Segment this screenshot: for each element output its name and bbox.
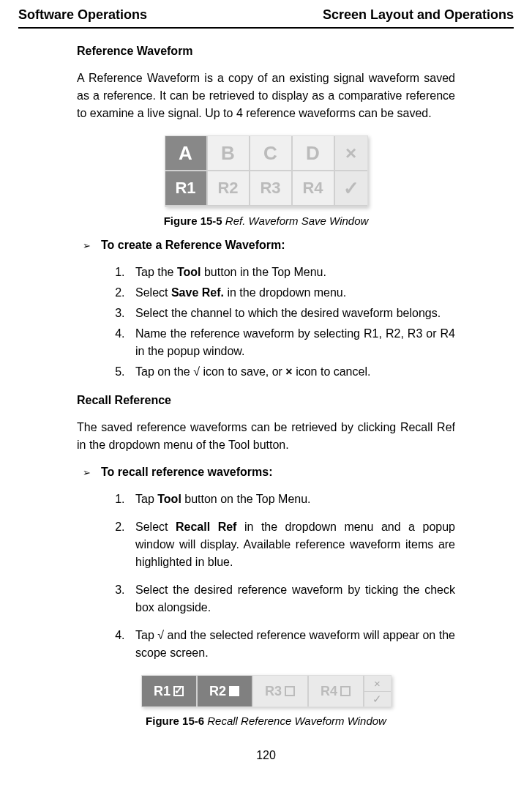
recall-r3-label: R3 bbox=[265, 684, 282, 699]
reference-waveform-para: A Reference Waveform is a copy of an exi… bbox=[77, 70, 455, 122]
save-slot-r3-button[interactable]: R3 bbox=[250, 171, 293, 206]
list-item: Tap the Tool button in the Top Menu. bbox=[128, 264, 455, 281]
figure-15-5: A B C D × R1 R2 R3 R4 ✓ Figure 15-5 Ref.… bbox=[77, 135, 455, 227]
figure-15-6: R1 R2 R3 R4 × ✓ Figure 15-6 Recall Refer… bbox=[77, 675, 455, 727]
recall-reference-para: The saved reference waveforms can be ret… bbox=[77, 419, 455, 454]
save-channel-a-button[interactable]: A bbox=[165, 136, 208, 171]
save-slot-r2-button[interactable]: R2 bbox=[208, 171, 250, 206]
checkbox-empty-icon bbox=[340, 686, 351, 696]
recall-reference-title: Recall Reference bbox=[77, 394, 455, 407]
header-right: Screen Layout and Operations bbox=[323, 7, 514, 23]
recall-r2-label: R2 bbox=[209, 684, 226, 699]
close-icon[interactable]: × bbox=[364, 676, 391, 692]
save-slot-r4-button[interactable]: R4 bbox=[293, 171, 335, 206]
figure-15-5-title: Ref. Waveform Save Window bbox=[222, 215, 369, 227]
create-reference-procedure: ➢ To create a Reference Waveform: bbox=[77, 239, 455, 252]
reference-waveform-title: Reference Waveform bbox=[77, 45, 455, 58]
figure-15-6-title: Recall Reference Waveform Window bbox=[204, 715, 386, 727]
close-icon[interactable]: × bbox=[335, 136, 367, 171]
page-number: 120 bbox=[18, 749, 514, 762]
list-item: Tap Tool button on the Top Menu. bbox=[128, 491, 455, 508]
chevron-right-icon: ➢ bbox=[83, 467, 91, 478]
list-item: Select the desired reference waveform by… bbox=[128, 581, 455, 616]
ref-waveform-save-window: A B C D × R1 R2 R3 R4 ✓ bbox=[165, 135, 368, 207]
save-channel-d-button[interactable]: D bbox=[293, 136, 335, 171]
confirm-check-icon[interactable]: ✓ bbox=[335, 171, 367, 206]
recall-r1-button[interactable]: R1 bbox=[142, 676, 198, 707]
checkbox-empty-icon bbox=[285, 686, 295, 696]
recall-reference-procedure: ➢ To recall reference waveforms: bbox=[77, 466, 455, 479]
recall-reference-proc-title: To recall reference waveforms: bbox=[101, 466, 272, 479]
page-header: Software Operations Screen Layout and Op… bbox=[18, 7, 514, 29]
list-item: Select the channel to which the desired … bbox=[128, 305, 455, 322]
page-content: Reference Waveform A Reference Waveform … bbox=[18, 45, 514, 727]
create-reference-title: To create a Reference Waveform: bbox=[101, 239, 285, 252]
recall-r1-label: R1 bbox=[154, 684, 171, 699]
list-item: Name the reference waveform by selecting… bbox=[128, 325, 455, 360]
figure-15-6-label: Figure 15-6 bbox=[146, 715, 204, 727]
header-left: Software Operations bbox=[18, 7, 147, 23]
recall-r3-button[interactable]: R3 bbox=[253, 676, 309, 707]
figure-15-6-caption: Figure 15-6 Recall Reference Waveform Wi… bbox=[77, 715, 455, 727]
checkbox-filled-icon bbox=[229, 686, 239, 696]
save-slot-r1-button[interactable]: R1 bbox=[165, 171, 208, 206]
create-reference-steps: Tap the Tool button in the Top Menu. Sel… bbox=[77, 264, 455, 381]
list-item: Tap √ and the selected reference wavefor… bbox=[128, 627, 455, 662]
save-channel-c-button[interactable]: C bbox=[250, 136, 293, 171]
list-item: Select Save Ref. in the dropdown menu. bbox=[128, 284, 455, 302]
chevron-right-icon: ➢ bbox=[83, 240, 91, 251]
save-channel-b-button[interactable]: B bbox=[208, 136, 250, 171]
figure-15-5-caption: Figure 15-5 Ref. Waveform Save Window bbox=[77, 215, 455, 227]
list-item: Tap on the √ icon to save, or × icon to … bbox=[128, 363, 455, 381]
recall-r4-label: R4 bbox=[321, 684, 337, 699]
figure-15-5-label: Figure 15-5 bbox=[164, 215, 222, 227]
recall-reference-window: R1 R2 R3 R4 × ✓ bbox=[141, 675, 391, 707]
confirm-check-icon[interactable]: ✓ bbox=[364, 692, 391, 707]
checkbox-checked-icon bbox=[173, 686, 184, 696]
recall-reference-steps: Tap Tool button on the Top Menu. Select … bbox=[77, 491, 455, 662]
recall-r4-button[interactable]: R4 bbox=[309, 676, 364, 707]
recall-r2-button[interactable]: R2 bbox=[198, 676, 253, 707]
list-item: Select Recall Ref in the dropdown menu a… bbox=[128, 518, 455, 571]
